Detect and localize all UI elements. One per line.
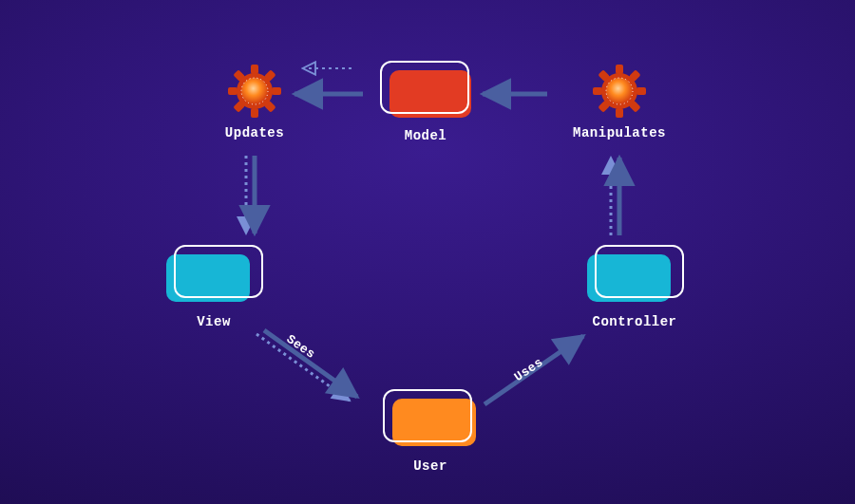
arrow-model-to-updates (289, 87, 365, 101)
node-user-label: User (369, 458, 492, 474)
node-updates-label: Updates (198, 125, 312, 140)
node-manipulates-label: Manipulates (553, 125, 686, 140)
gear-icon (593, 65, 646, 118)
svg-rect-3 (272, 87, 281, 95)
node-model-label: Model (369, 128, 483, 143)
node-manipulates: Manipulates (553, 65, 686, 140)
node-user: User (369, 389, 492, 474)
arrow-model-to-updates-ghost (300, 63, 355, 74)
node-controller: Controller (568, 245, 701, 329)
svg-rect-14 (636, 87, 646, 95)
gear-icon (228, 65, 281, 118)
svg-line-30 (264, 330, 357, 397)
arrow-controller-to-manipulates (604, 152, 627, 239)
arrow-manipulates-to-model (477, 87, 551, 101)
svg-rect-1 (251, 108, 258, 118)
node-updates: Updates (198, 65, 312, 140)
arrow-updates-to-view (239, 152, 262, 239)
svg-rect-13 (593, 87, 602, 95)
mvc-diagram: Updates Model (0, 0, 855, 504)
node-model: Model (369, 61, 483, 143)
node-view-label: View (152, 314, 276, 329)
svg-rect-2 (228, 87, 238, 95)
node-view: View (152, 245, 276, 329)
node-controller-label: Controller (568, 314, 701, 329)
svg-rect-12 (616, 108, 623, 118)
svg-rect-11 (616, 65, 623, 74)
svg-rect-0 (251, 65, 258, 74)
